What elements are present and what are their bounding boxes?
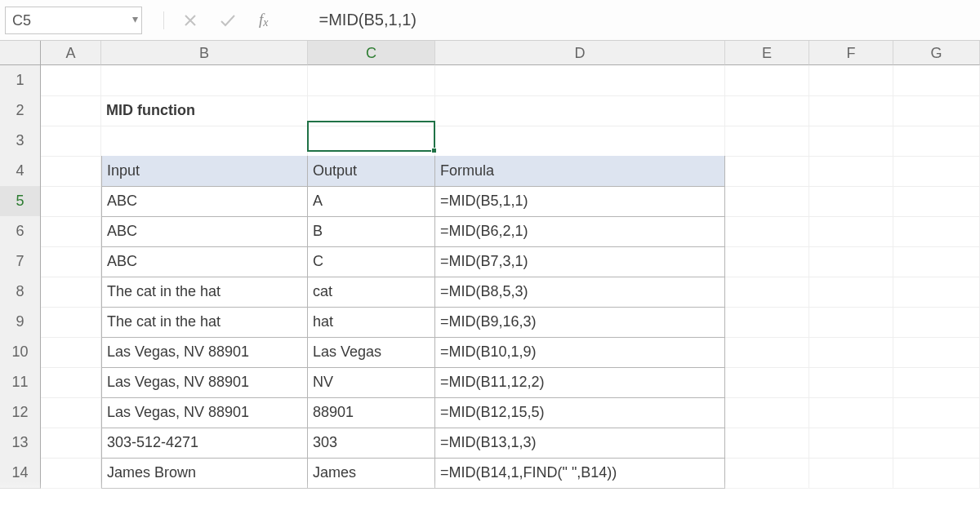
table-input[interactable]: Las Vegas, NV 88901 (101, 397, 308, 428)
cell-a6[interactable] (41, 216, 101, 247)
cell-e7[interactable] (725, 246, 809, 277)
col-header-d[interactable]: D (435, 41, 725, 65)
table-output[interactable]: Las Vegas (308, 337, 435, 368)
cell-e8[interactable] (725, 277, 809, 308)
cell-b1[interactable] (101, 65, 308, 96)
table-formula[interactable]: =MID(B8,5,3) (435, 277, 725, 308)
spreadsheet-grid[interactable]: 12MID function34InputOutputFormula5ABCA=… (0, 65, 980, 488)
cell-a12[interactable] (41, 397, 101, 428)
cell-e3[interactable] (725, 126, 809, 157)
cell-f6[interactable] (809, 216, 893, 247)
cell-e9[interactable] (725, 307, 809, 338)
row-header[interactable]: 5 (0, 186, 41, 217)
select-all-corner[interactable] (0, 41, 41, 65)
row-header[interactable]: 6 (0, 216, 41, 247)
table-input[interactable]: ABC (101, 186, 308, 217)
table-header-input[interactable]: Input (101, 156, 308, 187)
cell-f10[interactable] (809, 337, 893, 368)
cell-f4[interactable] (809, 156, 893, 187)
table-formula[interactable]: =MID(B5,1,1) (435, 186, 725, 217)
cell-g13[interactable] (893, 428, 980, 459)
table-header-formula[interactable]: Formula (435, 156, 725, 187)
cell-a1[interactable] (41, 65, 101, 96)
row-header[interactable]: 7 (0, 246, 41, 277)
table-output[interactable]: James (308, 458, 435, 489)
row-header[interactable]: 13 (0, 428, 41, 459)
cell-a5[interactable] (41, 186, 101, 217)
row-header[interactable]: 9 (0, 307, 41, 338)
table-formula[interactable]: =MID(B11,12,2) (435, 367, 725, 398)
col-header-b[interactable]: B (101, 41, 308, 65)
cell-f3[interactable] (809, 126, 893, 157)
cell-g11[interactable] (893, 367, 980, 398)
cell-e1[interactable] (725, 65, 809, 96)
cell-g12[interactable] (893, 397, 980, 428)
row-header[interactable]: 11 (0, 367, 41, 398)
cell-f11[interactable] (809, 367, 893, 398)
table-output[interactable]: B (308, 216, 435, 247)
cell-e14[interactable] (725, 458, 809, 489)
cell-g4[interactable] (893, 156, 980, 187)
cell-e6[interactable] (725, 216, 809, 247)
cell-a13[interactable] (41, 428, 101, 459)
table-formula[interactable]: =MID(B6,2,1) (435, 216, 725, 247)
cell-a9[interactable] (41, 307, 101, 338)
table-output[interactable]: A (308, 186, 435, 217)
cell-g6[interactable] (893, 216, 980, 247)
table-output[interactable]: C (308, 246, 435, 277)
cell-f9[interactable] (809, 307, 893, 338)
table-input[interactable]: Las Vegas, NV 88901 (101, 337, 308, 368)
col-header-e[interactable]: E (725, 41, 809, 65)
cell-f13[interactable] (809, 428, 893, 459)
cell-d1[interactable] (435, 65, 725, 96)
table-formula[interactable]: =MID(B7,3,1) (435, 246, 725, 277)
cell-e2[interactable] (725, 95, 809, 126)
cell-g3[interactable] (893, 126, 980, 157)
cell-a7[interactable] (41, 246, 101, 277)
table-input[interactable]: ABC (101, 216, 308, 247)
cancel-icon[interactable] (184, 14, 197, 27)
table-input[interactable]: 303-512-4271 (101, 428, 308, 459)
cell-g5[interactable] (893, 186, 980, 217)
cell-f2[interactable] (809, 95, 893, 126)
cell-a3[interactable] (41, 126, 101, 157)
cell-d3[interactable] (435, 126, 725, 157)
row-header[interactable]: 10 (0, 337, 41, 368)
cell-c1[interactable] (308, 65, 435, 96)
name-box[interactable]: C5 ▾ (5, 7, 142, 34)
row-header[interactable]: 12 (0, 397, 41, 428)
cell-g2[interactable] (893, 95, 980, 126)
row-header[interactable]: 4 (0, 156, 41, 187)
cell-e4[interactable] (725, 156, 809, 187)
cell-b3[interactable] (101, 126, 308, 157)
table-formula[interactable]: =MID(B9,16,3) (435, 307, 725, 338)
cell-g10[interactable] (893, 337, 980, 368)
row-header[interactable]: 1 (0, 65, 41, 96)
name-box-dropdown-icon[interactable]: ▾ (132, 12, 138, 25)
cell-a10[interactable] (41, 337, 101, 368)
cell-e10[interactable] (725, 337, 809, 368)
table-formula[interactable]: =MID(B14,1,FIND(" ",B14)) (435, 458, 725, 489)
table-input[interactable]: The cat in the hat (101, 277, 308, 308)
row-header[interactable]: 2 (0, 95, 41, 126)
cell-g7[interactable] (893, 246, 980, 277)
cell-e11[interactable] (725, 367, 809, 398)
cell-f8[interactable] (809, 277, 893, 308)
row-header[interactable]: 14 (0, 458, 41, 489)
cell-f14[interactable] (809, 458, 893, 489)
row-header[interactable]: 8 (0, 277, 41, 308)
table-formula[interactable]: =MID(B12,15,5) (435, 397, 725, 428)
cell-g8[interactable] (893, 277, 980, 308)
cell-g14[interactable] (893, 458, 980, 489)
table-input[interactable]: James Brown (101, 458, 308, 489)
formula-bar-input[interactable]: =MID(B5,1,1) (278, 0, 981, 40)
table-input[interactable]: The cat in the hat (101, 307, 308, 338)
cell-f5[interactable] (809, 186, 893, 217)
cell-a2[interactable] (41, 95, 101, 126)
cell-a4[interactable] (41, 156, 101, 187)
cell-c2[interactable] (308, 95, 435, 126)
cell-a14[interactable] (41, 458, 101, 489)
cell-f7[interactable] (809, 246, 893, 277)
page-title[interactable]: MID function (101, 95, 308, 126)
col-header-g[interactable]: G (893, 41, 980, 65)
